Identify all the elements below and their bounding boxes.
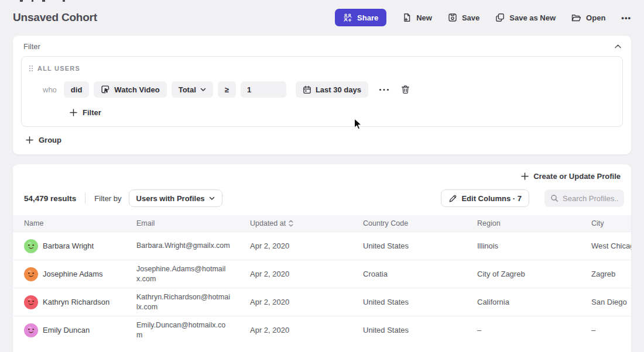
table-row[interactable]: Emily Duncan Emily.Duncan@hotmailx.com A… bbox=[13, 316, 631, 344]
filter-card-title: Filter bbox=[23, 42, 40, 51]
search-profiles-input[interactable] bbox=[563, 194, 618, 203]
new-button[interactable]: New bbox=[402, 13, 432, 22]
avatar bbox=[24, 267, 38, 281]
pencil-icon bbox=[448, 194, 457, 203]
results-toolbar: 54,479 results Filter by Users with Prof… bbox=[13, 181, 631, 215]
profile-region: – bbox=[466, 316, 580, 344]
operator-chip-label: ≥ bbox=[225, 85, 229, 94]
profile-city: Zagreb bbox=[580, 260, 631, 288]
profile-region: City of Zagreb bbox=[466, 260, 580, 288]
did-chip[interactable]: did bbox=[64, 81, 90, 98]
trash-icon bbox=[401, 85, 410, 94]
add-group-button[interactable]: Group bbox=[26, 136, 61, 144]
profile-updated-at: Apr 2, 2020 bbox=[239, 316, 352, 344]
add-filter-button[interactable]: Filter bbox=[70, 108, 101, 117]
table-row[interactable]: Barbara Wright Barbara.Wright@gmailx.com… bbox=[13, 232, 631, 260]
profile-region: Illinois bbox=[466, 232, 580, 260]
edit-columns-button[interactable]: Edit Columns · 7 bbox=[441, 189, 529, 207]
table-row[interactable]: Josephine Adams Josephine.Adams@hotmailx… bbox=[13, 260, 631, 288]
profile-email: Josephine.Adams@hotmailx.com bbox=[125, 260, 239, 288]
avatar bbox=[24, 295, 38, 309]
more-actions-button[interactable]: ••• bbox=[621, 13, 631, 22]
delete-condition-button[interactable] bbox=[401, 85, 410, 94]
share-users-icon bbox=[343, 13, 352, 22]
aggregation-chip[interactable]: Total bbox=[172, 81, 213, 98]
folder-open-icon bbox=[571, 13, 581, 22]
operator-chip[interactable]: ≥ bbox=[218, 81, 236, 98]
event-chip-label: Watch Video bbox=[114, 85, 159, 94]
column-header-country-code[interactable]: Country Code bbox=[352, 215, 466, 232]
edit-columns-label: Edit Columns · 7 bbox=[461, 194, 522, 203]
profile-country-code: United States bbox=[352, 288, 466, 316]
share-button-label: Share bbox=[357, 13, 378, 22]
save-button-label: Save bbox=[462, 13, 479, 22]
open-button[interactable]: Open bbox=[571, 13, 605, 22]
add-group-label: Group bbox=[39, 136, 61, 144]
save-icon bbox=[448, 13, 457, 22]
column-header-region[interactable]: Region bbox=[466, 215, 580, 232]
chevron-down-icon bbox=[200, 88, 206, 92]
filter-by-label: Filter by bbox=[94, 194, 121, 203]
create-or-update-profile-button[interactable]: Create or Update Profile bbox=[521, 172, 621, 181]
save-button[interactable]: Save bbox=[448, 13, 479, 22]
save-as-new-button[interactable]: Save as New bbox=[495, 13, 556, 22]
plus-icon bbox=[521, 172, 529, 180]
profile-name: Kathryn Richardson bbox=[43, 298, 109, 306]
condition-more-button[interactable] bbox=[379, 88, 389, 91]
new-button-label: New bbox=[416, 13, 432, 22]
search-icon bbox=[550, 194, 559, 202]
results-count: 54,479 results bbox=[24, 194, 76, 203]
drag-handle-icon[interactable] bbox=[29, 65, 33, 72]
group-label: ALL USERS bbox=[37, 65, 80, 72]
save-as-new-button-label: Save as New bbox=[509, 13, 556, 22]
profile-email: Emily.Duncan@hotmailx.com bbox=[125, 316, 239, 344]
profile-updated-at: Apr 2, 2020 bbox=[239, 260, 352, 288]
copy-icon bbox=[495, 13, 505, 22]
sort-icon[interactable] bbox=[289, 220, 293, 227]
column-header-email[interactable]: Email bbox=[125, 215, 239, 232]
profile-updated-at: Apr 2, 2020 bbox=[239, 232, 352, 260]
profile-name: Emily Duncan bbox=[43, 326, 90, 334]
profile-filter-value: Users with Profiles bbox=[136, 194, 205, 203]
profile-country-code: Croatia bbox=[352, 260, 466, 288]
date-range-chip-label: Last 30 days bbox=[316, 85, 361, 94]
header-actions: Share New Save Save as bbox=[335, 9, 631, 26]
who-label: who bbox=[43, 85, 57, 94]
filter-condition-row: who did Watch Video Total bbox=[43, 81, 615, 98]
share-button[interactable]: Share bbox=[335, 9, 386, 26]
profile-updated-at: Apr 2, 2020 bbox=[239, 288, 352, 316]
plus-icon bbox=[26, 136, 33, 144]
column-header-name[interactable]: Name bbox=[13, 215, 125, 232]
search-profiles-box bbox=[544, 189, 624, 207]
page-header: Unsaved Cohort Share New bbox=[0, 0, 644, 32]
filter-group-box: ALL USERS who did Watch Video Total bbox=[21, 56, 623, 127]
column-header-city[interactable]: City bbox=[580, 215, 631, 232]
results-card: Create or Update Profile 54,479 results … bbox=[13, 164, 631, 352]
column-header-updated-at[interactable]: Updated at bbox=[239, 215, 352, 232]
create-or-update-profile-label: Create or Update Profile bbox=[533, 172, 621, 181]
profile-email: Kathryn.Richardson@hotmailx.com bbox=[125, 288, 239, 316]
page-title: Unsaved Cohort bbox=[13, 11, 97, 24]
profile-name: Josephine Adams bbox=[43, 270, 103, 278]
table-header: Name Email Updated at Country Code Regio… bbox=[13, 215, 631, 232]
profile-region: California bbox=[466, 288, 580, 316]
profile-country-code: United States bbox=[352, 316, 466, 344]
divider bbox=[85, 193, 85, 203]
profile-city: West Chicago bbox=[580, 232, 631, 260]
collapse-chevron-up-icon[interactable] bbox=[614, 44, 622, 49]
date-range-chip[interactable]: Last 30 days bbox=[296, 81, 368, 98]
open-button-label: Open bbox=[586, 13, 605, 22]
new-document-icon bbox=[402, 13, 412, 22]
profile-country-code: United States bbox=[352, 232, 466, 260]
event-chip[interactable]: Watch Video bbox=[94, 81, 166, 98]
profile-filter-dropdown[interactable]: Users with Profiles bbox=[129, 189, 222, 207]
plus-icon bbox=[70, 109, 77, 116]
did-chip-label: did bbox=[71, 85, 83, 94]
profile-city: San Diego bbox=[580, 288, 631, 316]
table-body: Barbara Wright Barbara.Wright@gmailx.com… bbox=[13, 232, 631, 344]
table-row[interactable]: Kathryn Richardson Kathryn.Richardson@ho… bbox=[13, 288, 631, 316]
threshold-value-input[interactable] bbox=[241, 81, 286, 98]
calendar-icon bbox=[303, 85, 311, 94]
event-icon bbox=[101, 85, 110, 94]
avatar bbox=[24, 323, 38, 337]
